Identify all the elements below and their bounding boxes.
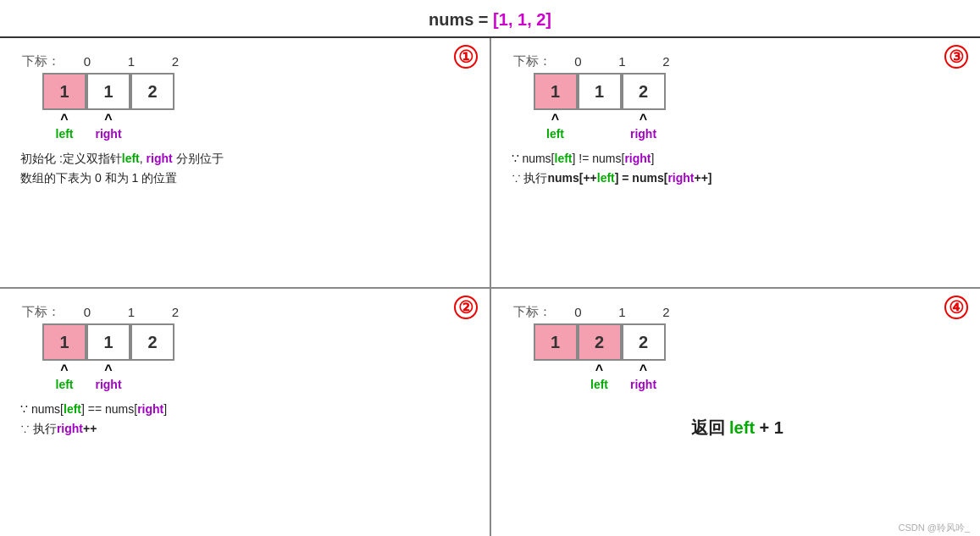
cell-2-1: 2 xyxy=(130,73,174,110)
ptr-left-slot-2: ^ left xyxy=(42,362,86,391)
idx-1-3: 1 xyxy=(601,54,645,69)
idx-2-1: 2 xyxy=(153,54,197,69)
cell-number-1: ① xyxy=(454,45,478,69)
title-text: nums = [1, 1, 2] xyxy=(429,10,551,29)
label-left-1: left xyxy=(56,127,74,141)
ptr-left-slot-1: ^ left xyxy=(42,112,86,141)
label-left-2: left xyxy=(56,378,74,391)
idx-1-4: 1 xyxy=(601,305,645,319)
idx-0-1: 0 xyxy=(65,54,109,69)
index-label-4: 下标： xyxy=(513,304,551,320)
ptr-right-slot-2: ^ right xyxy=(86,362,130,391)
cell-number-4: ④ xyxy=(944,296,968,319)
caret-right-3: ^ xyxy=(639,112,647,127)
cell-0-2: 1 xyxy=(42,323,86,361)
title-value: [1, 1, 2] xyxy=(493,10,551,29)
cell-1: ① 下标： 0 1 2 1 1 2 ^ left ^ right 初始化 :定义… xyxy=(0,38,490,288)
cell-2-4: 2 xyxy=(622,323,666,361)
cell-2-3: 2 xyxy=(622,73,666,110)
cell-1-1: 1 xyxy=(86,73,130,110)
ptr-right-slot-3: ^ right xyxy=(622,112,666,141)
idx-1-2: 1 xyxy=(109,305,153,319)
cell-1-4: 2 xyxy=(578,323,622,361)
label-right-4: right xyxy=(630,378,656,391)
index-row-3: 下标： 0 1 2 xyxy=(513,53,964,69)
array-row-1: 1 1 2 xyxy=(42,73,473,110)
desc-1: 初始化 :定义双指针left, right 分别位于 数组的下表为 0 和为 1… xyxy=(20,149,473,190)
desc-3: ∵ nums[left] != nums[right] ∵ 执行nums[++l… xyxy=(512,149,964,190)
cell-4: ④ 下标： 0 1 2 1 2 2 ^ left ^ right 返回 left… xyxy=(490,288,981,536)
label-right-1: right xyxy=(95,127,121,141)
ptr-left-slot-4: ^ left xyxy=(578,362,622,391)
cell-2-2: 2 xyxy=(130,323,174,361)
title-prefix: nums = xyxy=(429,10,493,29)
idx-2-4: 2 xyxy=(645,305,689,319)
label-right-3: right xyxy=(630,127,656,141)
caret-left-4: ^ xyxy=(595,362,603,378)
cell-0-4: 1 xyxy=(534,323,578,361)
caret-left-3: ^ xyxy=(551,112,559,127)
caret-left-1: ^ xyxy=(60,112,68,127)
index-row-1: 下标： 0 1 2 xyxy=(22,53,473,69)
caret-left-2: ^ xyxy=(60,362,68,378)
title-bar: nums = [1, 1, 2] xyxy=(0,0,980,38)
idx-2-2: 2 xyxy=(153,305,197,319)
idx-0-2: 0 xyxy=(65,305,109,319)
label-left-3: left xyxy=(546,127,564,141)
cell-3: ③ 下标： 0 1 2 1 1 2 ^ left ^ right ∵ nums[… xyxy=(490,38,981,288)
desc-2: ∵ nums[left] == nums[right] ∵ 执行right++ xyxy=(20,400,473,440)
caret-right-2: ^ xyxy=(104,362,112,378)
index-row-4: 下标： 0 1 2 xyxy=(513,304,964,320)
cell-0-3: 1 xyxy=(534,73,578,110)
ptr-right-slot-1: ^ right xyxy=(86,112,130,141)
label-left-4: left xyxy=(590,378,608,391)
index-label-1: 下标： xyxy=(22,53,60,69)
return-text: 返回 left + 1 xyxy=(512,417,964,439)
caret-right-1: ^ xyxy=(104,112,112,127)
idx-0-4: 0 xyxy=(556,305,601,319)
label-right-2: right xyxy=(95,378,121,391)
array-row-2: 1 1 2 xyxy=(42,323,473,361)
cell-number-2: ② xyxy=(454,296,478,319)
idx-0-3: 0 xyxy=(556,54,601,69)
idx-1-1: 1 xyxy=(109,54,153,69)
grid: ① 下标： 0 1 2 1 1 2 ^ left ^ right 初始化 :定义… xyxy=(0,38,980,536)
index-row-2: 下标： 0 1 2 xyxy=(22,304,473,320)
index-label-3: 下标： xyxy=(513,53,551,69)
index-label-2: 下标： xyxy=(22,304,60,320)
ptr-left-slot-3: ^ left xyxy=(534,112,578,141)
ptr-right-slot-4: ^ right xyxy=(622,362,666,391)
cell-0-1: 1 xyxy=(42,73,86,110)
footer: CSDN @聆风吟_ xyxy=(898,522,970,534)
idx-2-3: 2 xyxy=(645,54,689,69)
cell-1-3: 1 xyxy=(578,73,622,110)
array-row-3: 1 1 2 xyxy=(534,73,964,110)
pointer-row-4: ^ left ^ right xyxy=(534,362,964,391)
cell-number-3: ③ xyxy=(944,45,968,69)
pointer-row-1: ^ left ^ right xyxy=(42,112,473,141)
caret-right-4: ^ xyxy=(639,362,647,378)
array-row-4: 1 2 2 xyxy=(534,323,964,361)
cell-2: ② 下标： 0 1 2 1 1 2 ^ left ^ right ∵ nums[… xyxy=(0,288,490,536)
pointer-row-3: ^ left ^ right xyxy=(534,112,964,141)
pointer-row-2: ^ left ^ right xyxy=(42,362,473,391)
cell-1-2: 1 xyxy=(86,323,130,361)
